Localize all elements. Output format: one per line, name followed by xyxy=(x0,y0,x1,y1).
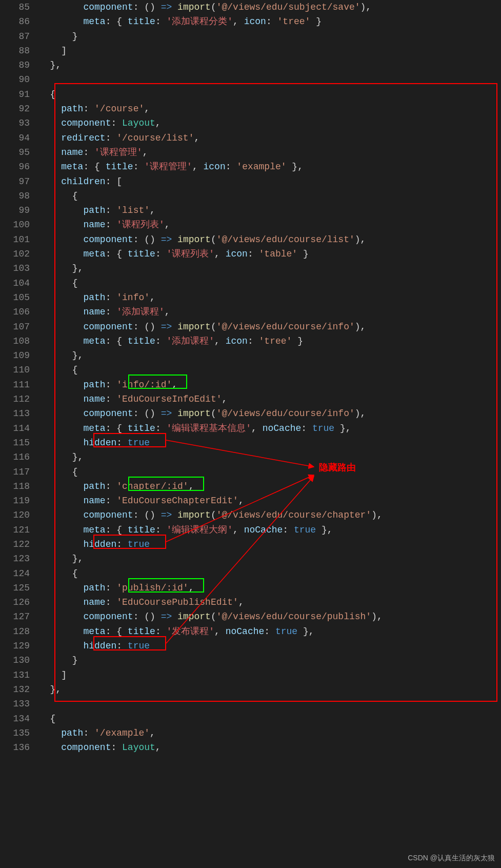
code-line[interactable]: meta: { title: '编辑课程基本信息', noCache: true… xyxy=(39,421,501,436)
code-line[interactable]: children: [ xyxy=(39,174,501,189)
line-number: 97 xyxy=(4,174,30,189)
line-number: 123 xyxy=(4,551,30,566)
code-line[interactable]: name: '添加课程', xyxy=(39,305,501,319)
code-line[interactable]: } xyxy=(39,29,501,44)
code-line[interactable]: } xyxy=(39,653,501,667)
line-number: 118 xyxy=(4,479,30,494)
code-line[interactable]: { xyxy=(39,189,501,203)
code-line[interactable]: { xyxy=(39,363,501,377)
code-area[interactable]: component: () => import('@/views/edu/sub… xyxy=(39,0,501,868)
line-number: 111 xyxy=(4,378,30,392)
line-number: 108 xyxy=(4,334,30,348)
line-number: 109 xyxy=(4,348,30,363)
line-number: 114 xyxy=(4,421,30,436)
line-number: 93 xyxy=(4,116,30,130)
line-number: 120 xyxy=(4,508,30,522)
line-number: 129 xyxy=(4,639,30,653)
code-line[interactable] xyxy=(39,72,501,87)
code-line[interactable]: component: Layout, xyxy=(39,740,501,755)
line-number: 134 xyxy=(4,712,30,726)
code-line[interactable]: meta: { title: '发布课程', noCache: true }, xyxy=(39,624,501,639)
line-number: 96 xyxy=(4,160,30,174)
line-number-gutter: 8586878889909192939495969798991001011021… xyxy=(0,0,39,868)
code-line[interactable]: meta: { title: '课程列表', icon: 'table' } xyxy=(39,247,501,261)
line-number: 105 xyxy=(4,290,30,305)
line-number: 95 xyxy=(4,145,30,160)
code-line[interactable]: path: 'info', xyxy=(39,290,501,305)
line-number: 119 xyxy=(4,494,30,508)
code-line[interactable]: { xyxy=(39,465,501,479)
code-line[interactable]: meta: { title: '编辑课程大纲', noCache: true }… xyxy=(39,523,501,537)
code-line[interactable]: component: () => import('@/views/edu/cou… xyxy=(39,609,501,624)
code-line[interactable]: path: 'info/:id', xyxy=(39,378,501,392)
code-line[interactable]: component: () => import('@/views/edu/sub… xyxy=(39,0,501,14)
line-number: 115 xyxy=(4,436,30,450)
code-line[interactable]: { xyxy=(39,712,501,726)
line-number: 100 xyxy=(4,218,30,232)
code-line[interactable]: component: () => import('@/views/edu/cou… xyxy=(39,232,501,247)
code-line[interactable]: hidden: true xyxy=(39,537,501,551)
line-number: 125 xyxy=(4,581,30,595)
code-line[interactable]: }, xyxy=(39,58,501,72)
line-number: 135 xyxy=(4,726,30,740)
line-number: 122 xyxy=(4,537,30,551)
line-number: 128 xyxy=(4,624,30,639)
code-line[interactable]: }, xyxy=(39,682,501,697)
code-editor[interactable]: 8586878889909192939495969798991001011021… xyxy=(0,0,501,868)
code-line[interactable]: component: Layout, xyxy=(39,116,501,130)
code-line[interactable]: path: '/course', xyxy=(39,102,501,116)
line-number: 130 xyxy=(4,653,30,667)
line-number: 89 xyxy=(4,58,30,72)
code-line[interactable]: component: () => import('@/views/edu/cou… xyxy=(39,406,501,421)
code-line[interactable] xyxy=(39,697,501,711)
line-number: 88 xyxy=(4,44,30,58)
code-line[interactable]: { xyxy=(39,87,501,102)
line-number: 99 xyxy=(4,203,30,218)
code-line[interactable]: }, xyxy=(39,348,501,363)
line-number: 112 xyxy=(4,392,30,406)
line-number: 104 xyxy=(4,276,30,290)
line-number: 126 xyxy=(4,595,30,609)
code-line[interactable]: path: 'list', xyxy=(39,203,501,218)
line-number: 92 xyxy=(4,102,30,116)
code-line[interactable]: hidden: true xyxy=(39,639,501,653)
line-number: 101 xyxy=(4,232,30,247)
code-line[interactable]: ] xyxy=(39,44,501,58)
code-line[interactable]: component: () => import('@/views/edu/cou… xyxy=(39,508,501,522)
code-line[interactable]: }, xyxy=(39,261,501,275)
line-number: 102 xyxy=(4,247,30,261)
line-number: 90 xyxy=(4,72,30,87)
code-line[interactable]: hidden: true xyxy=(39,436,501,450)
line-number: 87 xyxy=(4,29,30,44)
code-line[interactable]: component: () => import('@/views/edu/cou… xyxy=(39,320,501,334)
line-number: 107 xyxy=(4,320,30,334)
line-number: 94 xyxy=(4,131,30,145)
code-line[interactable]: name: 'EduCourseChapterEdit', xyxy=(39,494,501,508)
line-number: 91 xyxy=(4,87,30,102)
code-line[interactable]: name: 'EduCourseInfoEdit', xyxy=(39,392,501,406)
line-number: 98 xyxy=(4,189,30,203)
watermark: CSDN @认真生活的灰太狼 xyxy=(408,851,495,865)
code-line[interactable]: }, xyxy=(39,450,501,464)
code-line[interactable]: }, xyxy=(39,551,501,566)
code-line[interactable]: { xyxy=(39,276,501,290)
code-line[interactable]: ] xyxy=(39,668,501,682)
code-line[interactable]: meta: { title: '课程管理', icon: 'example' }… xyxy=(39,160,501,174)
line-number: 85 xyxy=(4,0,30,14)
line-number: 136 xyxy=(4,740,30,755)
code-line[interactable]: path: 'chapter/:id', xyxy=(39,479,501,494)
code-line[interactable]: meta: { title: '添加课程分类', icon: 'tree' } xyxy=(39,14,501,29)
code-line[interactable]: redirect: '/course/list', xyxy=(39,131,501,145)
line-number: 103 xyxy=(4,261,30,275)
line-number: 133 xyxy=(4,697,30,711)
code-line[interactable]: path: 'publish/:id', xyxy=(39,581,501,595)
code-line[interactable]: meta: { title: '添加课程', icon: 'tree' } xyxy=(39,334,501,348)
code-line[interactable]: name: '课程管理', xyxy=(39,145,501,160)
line-number: 127 xyxy=(4,609,30,624)
code-line[interactable]: path: '/example', xyxy=(39,726,501,740)
code-line[interactable]: name: '课程列表', xyxy=(39,218,501,232)
code-line[interactable]: name: 'EduCoursePublishEdit', xyxy=(39,595,501,609)
code-line[interactable]: { xyxy=(39,566,501,581)
line-number: 117 xyxy=(4,465,30,479)
line-number: 131 xyxy=(4,668,30,682)
